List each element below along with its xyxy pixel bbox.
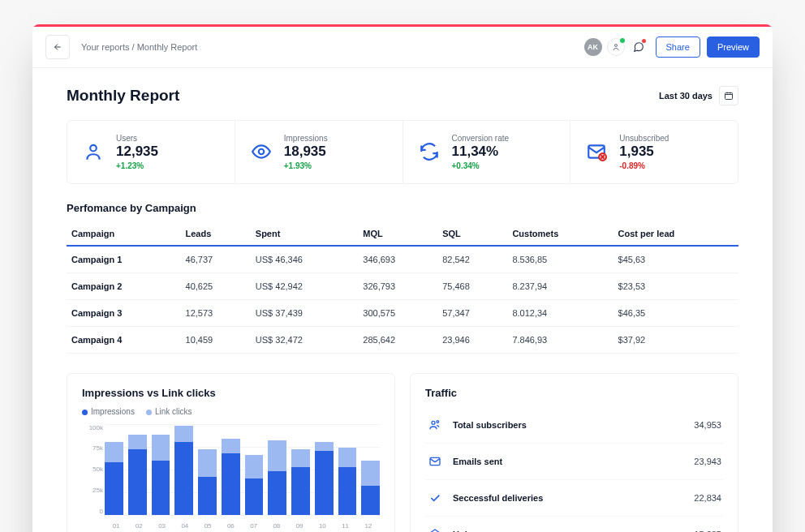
column-header: MQL	[358, 222, 437, 246]
traffic-label: Seccessful deliveries	[453, 493, 694, 503]
table-cell: US$ 46,346	[251, 246, 359, 273]
metric-delta: -0.89%	[619, 161, 669, 170]
avatar-user-1[interactable]: AK	[584, 38, 602, 56]
metric-icon	[418, 140, 441, 163]
traffic-card: Traffic Total subscribers34,953Emails se…	[410, 373, 738, 532]
table-cell: 12,573	[181, 299, 251, 326]
table-cell: 285,642	[358, 326, 437, 353]
traffic-value: 23,943	[694, 457, 721, 466]
table-cell: $45,63	[613, 246, 738, 273]
table-cell: 326,793	[358, 272, 437, 299]
person-icon	[611, 42, 621, 52]
bar-column	[222, 424, 240, 515]
back-button[interactable]	[45, 35, 70, 59]
traffic-row: Emails sent23,943	[425, 444, 723, 480]
table-row: Campaign 410,459US$ 32,472285,64223,9467…	[67, 326, 738, 353]
metric-value: 12,935	[116, 144, 158, 160]
bar-column	[268, 424, 286, 515]
bar-column	[198, 424, 217, 515]
notifications-button[interactable]	[630, 38, 648, 56]
table-cell: Campaign 4	[67, 326, 181, 353]
table-cell: 300,575	[358, 299, 437, 326]
subscribers-icon	[427, 417, 443, 433]
bar-column	[152, 424, 170, 515]
date-range-label: Last 30 days	[659, 91, 712, 101]
bar-chart: 100k75k50k25k0 010203040506070809101112	[82, 424, 380, 530]
chart-title: Impressions vs Link clicks	[82, 387, 380, 399]
metric-conversion-rate: Conversion rate11,34%+0.34%	[403, 121, 571, 183]
metric-label: Impressions	[284, 134, 328, 143]
sent-icon	[427, 453, 443, 470]
table-cell: 8.012,34	[507, 299, 613, 326]
traffic-value: 34,953	[694, 420, 721, 430]
avatar-user-2[interactable]	[607, 38, 625, 56]
table-row: Campaign 240,625US$ 42,942326,79375,4688…	[67, 272, 738, 299]
arrow-left-icon	[53, 42, 62, 52]
table-cell: US$ 42,942	[251, 272, 359, 299]
table-cell: $37,92	[613, 326, 738, 353]
metrics-row: Users12,935+1.23%Impressions18,935+1.93%…	[67, 120, 738, 184]
bar-column	[338, 424, 357, 515]
svg-point-3	[259, 149, 265, 155]
page-title: Monthly Report	[67, 87, 179, 105]
metric-unsubscribed: Unsubscribed1,935-0.89%	[570, 121, 738, 183]
page-body: Monthly Report Last 30 days Users12,935+…	[32, 68, 773, 532]
table-title: Perfomance by Campaign	[67, 202, 738, 214]
table-cell: 7.846,93	[507, 326, 613, 353]
column-header: Leads	[181, 222, 251, 246]
metric-users: Users12,935+1.23%	[67, 121, 235, 183]
table-cell: $23,53	[613, 272, 738, 299]
bar-column	[361, 424, 380, 515]
svg-point-2	[90, 145, 97, 152]
metric-icon	[82, 140, 105, 163]
table-cell: Campaign 3	[67, 299, 181, 326]
table-cell: 8.237,94	[507, 272, 613, 299]
traffic-title: Traffic	[425, 387, 723, 399]
chart-card: Impressions vs Link clicks Impressions L…	[67, 373, 395, 532]
table-cell: $46,35	[613, 299, 738, 326]
metric-value: 11,34%	[452, 144, 510, 160]
chart-legend: Impressions Link clicks	[82, 407, 380, 416]
header: Your reports / Monthly Report AK Share P…	[32, 27, 773, 68]
traffic-value: 22,834	[694, 493, 721, 503]
preview-button[interactable]: Preview	[707, 36, 760, 58]
table-cell: 57,347	[437, 299, 507, 326]
campaign-table: CampaignLeadsSpentMQLSQLCustometsCost pe…	[67, 222, 738, 354]
svg-point-0	[614, 45, 617, 47]
traffic-row: Unique opens15,285	[425, 517, 723, 532]
column-header: SQL	[437, 222, 507, 246]
table-cell: Campaign 2	[67, 272, 181, 299]
svg-point-7	[437, 420, 439, 423]
table-cell: US$ 32,472	[251, 326, 359, 353]
column-header: Cost per lead	[613, 222, 738, 246]
svg-point-6	[432, 421, 435, 424]
table-cell: 75,468	[437, 272, 507, 299]
traffic-label: Emails sent	[453, 457, 694, 466]
chat-icon	[633, 41, 644, 53]
bar-column	[128, 424, 147, 515]
svg-rect-1	[725, 93, 733, 100]
metric-impressions: Impressions18,935+1.93%	[235, 121, 403, 183]
bar-column	[315, 424, 334, 515]
column-header: Customets	[507, 222, 613, 246]
breadcrumb: Your reports / Monthly Report	[81, 42, 197, 52]
metric-label: Conversion rate	[452, 134, 510, 143]
calendar-icon	[719, 86, 738, 105]
metric-delta: +1.93%	[284, 161, 328, 170]
metric-label: Unsubscribed	[619, 134, 669, 143]
column-header: Campaign	[67, 222, 181, 246]
table-cell: 10,459	[181, 326, 251, 353]
check-icon	[427, 490, 443, 506]
bar-column	[291, 424, 310, 515]
table-cell: Campaign 1	[67, 246, 181, 273]
column-header: Spent	[251, 222, 359, 246]
table-cell: 40,625	[181, 272, 251, 299]
metric-value: 1,935	[619, 144, 669, 160]
bar-column	[105, 424, 123, 515]
share-button[interactable]: Share	[656, 36, 700, 58]
table-cell: 23,946	[437, 326, 507, 353]
open-icon	[427, 526, 443, 532]
table-cell: 8.536,85	[507, 246, 613, 273]
date-range-picker[interactable]: Last 30 days	[659, 86, 738, 105]
traffic-row: Seccessful deliveries22,834	[425, 480, 723, 517]
